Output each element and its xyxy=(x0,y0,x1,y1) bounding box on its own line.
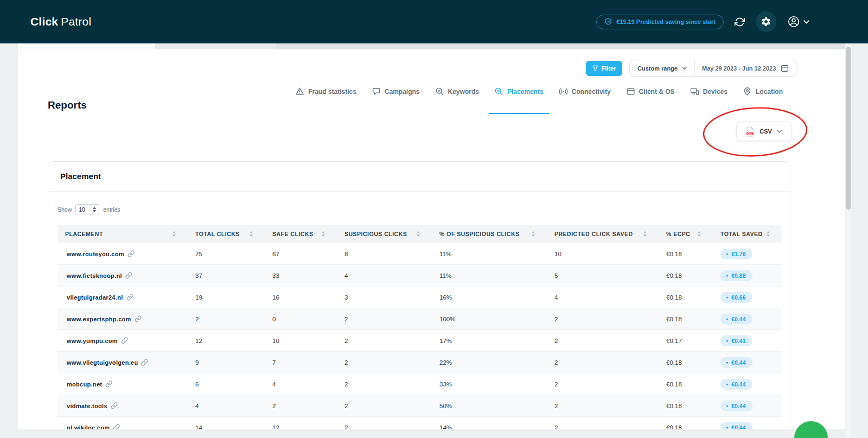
divider xyxy=(48,191,790,192)
placement-url[interactable]: vliegtuigradar24.nl xyxy=(67,294,123,301)
column-label: SAFE CLICKS xyxy=(272,231,314,237)
table-row[interactable]: vidmate.tools 4 2 2 50% 2 €0.18 €0.44 xyxy=(58,395,782,417)
export-csv-button[interactable]: CSV CSV xyxy=(736,122,792,141)
suspicious-clicks-cell: 4 xyxy=(337,265,432,286)
placement-url[interactable]: mobcup.net xyxy=(67,381,102,388)
tab-label: Devices xyxy=(703,88,727,96)
tab-connectivity[interactable]: Connectivity xyxy=(559,87,611,96)
placement-card: Placement Show 10 entries PLACEMENT xyxy=(48,161,790,429)
table-row[interactable]: www.expertsphp.com 2 0 2 100% 2 €0.18 €0… xyxy=(58,308,782,330)
predicted-saved-cell: 2 xyxy=(547,330,659,351)
svg-text:W: W xyxy=(496,89,500,92)
suspicious-clicks-cell: 2 xyxy=(337,417,432,429)
external-link-icon[interactable] xyxy=(141,359,148,366)
page-size-value: 10 xyxy=(79,206,85,213)
suspicious-clicks-cell: 2 xyxy=(337,308,432,329)
predicted-saving-pill[interactable]: €15.19 Predicted saving since start xyxy=(596,15,724,29)
table-row[interactable]: nl.wikiloc.com 14 12 2 14% 2 €0.18 €0.44 xyxy=(58,417,782,429)
sort-icon[interactable] xyxy=(173,231,176,237)
tab-client-os[interactable]: Client & OS xyxy=(626,87,675,96)
tab-label: Location xyxy=(756,88,783,96)
page-size-select[interactable]: 10 xyxy=(75,204,99,214)
placement-search-icon: W xyxy=(494,87,503,96)
column-header[interactable]: TOTAL SAVED xyxy=(713,225,782,243)
column-label: SUSPICIOUS CLICKS xyxy=(344,231,407,237)
predicted-saved-cell: 4 xyxy=(547,287,659,308)
external-link-icon[interactable] xyxy=(127,250,135,257)
suspicious-pct-cell: 14% xyxy=(432,417,547,429)
suspicious-clicks-cell: 3 xyxy=(337,287,432,308)
external-link-icon[interactable] xyxy=(125,272,132,279)
tab-devices[interactable]: Devices xyxy=(690,87,727,96)
gear-icon xyxy=(761,16,771,27)
sort-icon[interactable] xyxy=(250,231,253,237)
table-row[interactable]: www.routeyou.com 75 67 8 11% 10 €0.18 €1… xyxy=(58,243,782,265)
total-saved-badge: €0.44 xyxy=(720,314,752,325)
table-row[interactable]: www.yumpu.com 12 10 2 17% 2 €0.17 €0.41 xyxy=(58,330,782,352)
safe-clicks-cell: 7 xyxy=(265,352,337,373)
top-strip-segment xyxy=(18,43,155,49)
predicted-saved-cell: 2 xyxy=(547,352,659,373)
placement-url[interactable]: nl.wikiloc.com xyxy=(67,424,110,430)
total-saved-cell: €0.66 xyxy=(713,287,782,308)
total-clicks-cell: 75 xyxy=(188,243,265,264)
table-row[interactable]: mobcup.net 6 4 2 33% 2 €0.18 €0.44 xyxy=(58,373,782,395)
range-type-dropdown[interactable]: Custom range xyxy=(630,60,695,76)
clickpatrol-logo[interactable]: Click Patrol xyxy=(30,0,91,43)
placement-url[interactable]: www.expertsphp.com xyxy=(67,316,131,322)
suspicious-clicks-cell: 8 xyxy=(337,243,432,264)
scrollbar-track xyxy=(846,43,851,438)
tab-keywords[interactable]: W Keywords xyxy=(435,87,479,96)
suspicious-pct-cell: 16% xyxy=(432,287,547,308)
column-header[interactable]: SAFE CLICKS xyxy=(265,225,337,243)
table-row[interactable]: vliegtuigradar24.nl 19 16 3 16% 4 €0.18 … xyxy=(58,287,782,308)
tab-placements[interactable]: W Placements xyxy=(494,87,544,96)
calendar-icon xyxy=(781,64,789,72)
tab-fraud-statistics[interactable]: Fraud statistics xyxy=(295,87,356,96)
report-tabs: Fraud statistics Campaigns W Keywords W … xyxy=(295,87,783,96)
sort-icon[interactable] xyxy=(417,231,420,237)
total-saved-badge: €1.76 xyxy=(720,249,752,259)
predicted-saved-cell: 2 xyxy=(547,373,659,395)
column-header[interactable]: PLACEMENT xyxy=(58,225,188,243)
total-saved-badge: €0.44 xyxy=(720,357,752,368)
table-row[interactable]: www.vliegtuigvolgen.eu 9 7 2 22% 2 €0.18… xyxy=(58,352,782,373)
scrollbar-thumb[interactable] xyxy=(846,47,851,210)
column-header[interactable]: SUSPICIOUS CLICKS xyxy=(337,225,432,243)
sort-icon[interactable] xyxy=(767,231,770,237)
sort-icon[interactable] xyxy=(322,231,325,237)
external-link-icon[interactable] xyxy=(135,315,142,322)
tab-campaigns[interactable]: Campaigns xyxy=(372,87,420,96)
stepper-arrows-icon[interactable] xyxy=(93,207,96,212)
sort-icon[interactable] xyxy=(698,231,701,237)
refresh-button[interactable] xyxy=(735,17,745,27)
external-link-icon[interactable] xyxy=(113,424,120,429)
total-clicks-cell: 19 xyxy=(188,287,265,308)
placement-url[interactable]: vidmate.tools xyxy=(67,403,107,409)
column-header[interactable]: % ECPC xyxy=(659,225,713,243)
placement-url[interactable]: www.routeyou.com xyxy=(67,251,124,257)
placement-url[interactable]: www.fietsknoop.nl xyxy=(67,272,122,279)
placement-url[interactable]: www.vliegtuigvolgen.eu xyxy=(67,359,138,366)
tab-location[interactable]: Location xyxy=(743,87,783,96)
placement-url[interactable]: www.yumpu.com xyxy=(67,338,118,344)
account-menu[interactable] xyxy=(787,15,809,28)
filter-button[interactable]: Filter xyxy=(586,61,622,76)
suspicious-pct-cell: 17% xyxy=(432,330,547,351)
external-link-icon[interactable] xyxy=(121,337,128,344)
settings-button[interactable] xyxy=(756,11,776,32)
sort-icon[interactable] xyxy=(643,231,647,237)
suspicious-pct-cell: 11% xyxy=(432,265,547,286)
date-range-picker: Custom range May 29 2023 - Jun 12 2023 xyxy=(629,60,796,77)
column-header[interactable]: TOTAL CLICKS xyxy=(188,225,265,243)
tab-label: Keywords xyxy=(448,88,479,96)
external-link-icon[interactable] xyxy=(126,294,133,301)
table-row[interactable]: www.fietsknoop.nl 37 33 4 11% 5 €0.18 €0… xyxy=(58,265,782,287)
table-header-row: PLACEMENT TOTAL CLICKS SAFE CLICKS xyxy=(58,225,782,243)
external-link-icon[interactable] xyxy=(111,402,118,409)
column-header[interactable]: % OF SUSPICIOUS CLICKS xyxy=(432,225,547,243)
column-header[interactable]: PREDICTED CLICK SAVED xyxy=(547,225,659,243)
date-range-field[interactable]: May 29 2023 - Jun 12 2023 xyxy=(695,64,796,72)
external-link-icon[interactable] xyxy=(105,380,112,388)
sort-icon[interactable] xyxy=(532,231,535,237)
